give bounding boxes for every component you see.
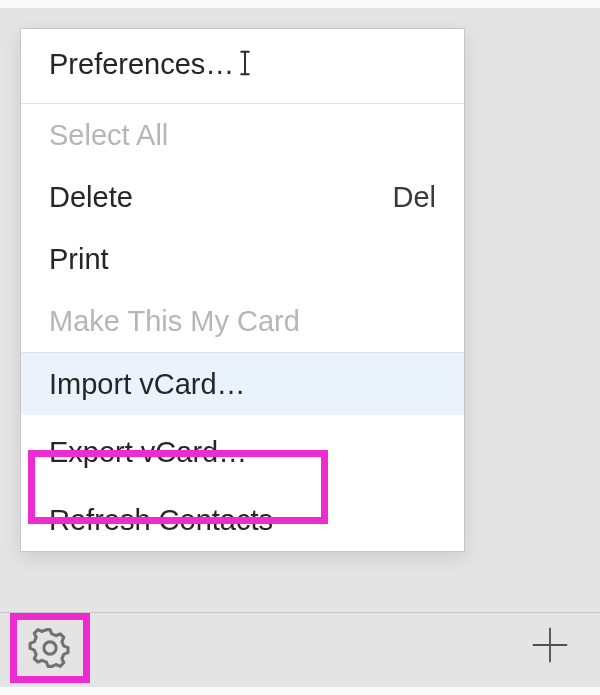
app-window: Preferences… Select All Delete Del Print…: [0, 0, 600, 695]
menu-section-vcard: Import vCard… Export vCard… Refresh Cont…: [21, 352, 464, 551]
bottom-toolbar: [0, 612, 600, 687]
menu-item-shortcut: Del: [392, 181, 436, 214]
menu-item-label: Make This My Card: [49, 305, 436, 338]
menu-item-preferences[interactable]: Preferences…: [21, 29, 464, 103]
menu-item-label: Preferences…: [49, 48, 436, 85]
svg-point-0: [44, 642, 56, 654]
add-button[interactable]: [528, 625, 572, 669]
menu-item-refresh-contacts[interactable]: Refresh Contacts: [21, 489, 464, 551]
menu-item-export-vcard[interactable]: Export vCard…: [21, 415, 464, 489]
menu-item-select-all: Select All: [21, 104, 464, 166]
menu-item-label: Import vCard…: [49, 368, 436, 401]
text-cursor-icon: [236, 48, 254, 85]
menu-item-label: Refresh Contacts: [49, 504, 436, 537]
annotation-gear-highlight: [10, 613, 90, 683]
menu-item-label: Export vCard…: [49, 436, 436, 469]
menu-item-import-vcard[interactable]: Import vCard…: [21, 353, 464, 415]
menu-item-delete[interactable]: Delete Del: [21, 166, 464, 228]
menu-item-label: Print: [49, 243, 436, 276]
plus-icon: [528, 623, 572, 671]
menu-item-label: Delete: [49, 181, 376, 214]
menu-section-preferences: Preferences…: [21, 29, 464, 103]
gear-icon[interactable]: [27, 625, 73, 671]
settings-menu: Preferences… Select All Delete Del Print…: [20, 28, 465, 552]
menu-item-print[interactable]: Print: [21, 228, 464, 290]
menu-item-label: Select All: [49, 119, 436, 152]
menu-section-edit: Select All Delete Del Print Make This My…: [21, 103, 464, 352]
menu-item-make-my-card: Make This My Card: [21, 290, 464, 352]
